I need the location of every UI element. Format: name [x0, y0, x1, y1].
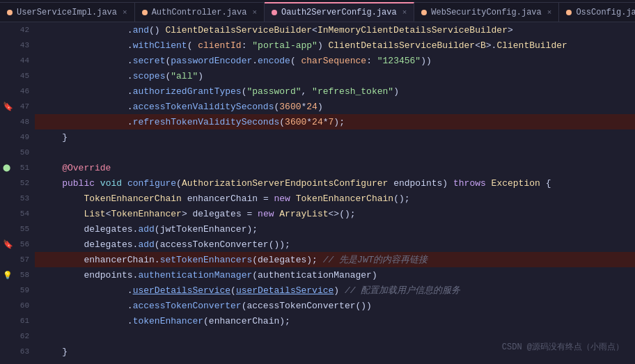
code-line-51: public void configure(AuthorizationServe…: [35, 175, 635, 191]
gutter-line-11: 52: [0, 175, 29, 191]
tab-dot: [272, 10, 277, 15]
watermark: CSDN @源码没有终点（小雨点）: [502, 341, 624, 353]
code-line-48: }: [35, 129, 635, 145]
gutter-line-8: 49: [0, 129, 29, 145]
line-number: 50: [20, 148, 29, 157]
tab-web-security[interactable]: WebSecurityConfig.java ×: [414, 2, 559, 22]
line-number: 57: [20, 255, 29, 264]
code-line-46: .authorizedGrantTypes("password", "refre…: [35, 84, 635, 99]
line-number: 47: [20, 102, 29, 111]
gutter-line-15: 🔖 56: [0, 237, 29, 252]
code-line-54: delegates.add(jwtTokenEnhancer);: [35, 221, 635, 237]
gutter-line-22: 63: [0, 344, 29, 359]
line-number: 59: [20, 286, 29, 294]
tab-auth-controller[interactable]: AuthController.java ×: [135, 2, 265, 22]
tab-dot: [142, 10, 148, 15]
code-content: .and() ClientDetailsServiceBuilder<InMem…: [35, 22, 635, 364]
tab-close[interactable]: ×: [252, 8, 257, 17]
line-number: 58: [20, 271, 29, 279]
code-line-53: List<TokenEnhancer> delegates = new Arra…: [35, 206, 635, 221]
line-number: 42: [20, 26, 29, 34]
tab-label: Oauth2ServerConfig.java: [281, 8, 397, 17]
gutter-line-6: 🔖 47: [0, 99, 29, 114]
gutter-line-9: 50: [0, 145, 29, 160]
line-number: 63: [20, 347, 29, 356]
gutter-line-14: 55: [0, 221, 29, 237]
gutter-line-4: 45: [0, 68, 29, 84]
debug-icon: ⬤: [3, 164, 10, 172]
code-line-60: .tokenEnhancer(enhancerChain);: [35, 313, 635, 329]
tab-bar: UserServiceImpl.java × AuthController.ja…: [0, 0, 635, 22]
line-number: 54: [20, 209, 29, 218]
gutter-line-2: 43: [0, 38, 29, 53]
code-line-blank1: [35, 145, 635, 160]
tab-dot: [7, 10, 13, 15]
line-number: 60: [20, 301, 29, 310]
code-line-56: enhancerChain.setTokenEnhancers(delegate…: [35, 252, 635, 267]
code-line-57: endpoints.authenticationManager(authenti…: [35, 267, 635, 283]
code-line-59: .accessTokenConverter(accessTokenConvert…: [35, 298, 635, 313]
line-number: 46: [20, 87, 29, 95]
bookmark-icon: 🔖: [3, 102, 13, 112]
code-line-blank2: [35, 359, 635, 364]
tab-dot: [421, 10, 427, 15]
code-line-55: delegates.add(accessTokenConverter());: [35, 237, 635, 252]
line-number: 53: [20, 194, 29, 203]
tab-dot: [566, 10, 572, 15]
line-number: 49: [20, 133, 29, 141]
code-line-44: .secret(passwordEncoder.encode( charSequ…: [35, 53, 635, 68]
gutter-line-13: 54: [0, 206, 29, 221]
line-number: 48: [20, 118, 29, 126]
tab-user-service[interactable]: UserServiceImpl.java ×: [0, 2, 135, 22]
line-number: 51: [20, 164, 29, 172]
tab-label: WebSecurityConfig.java: [431, 8, 541, 17]
code-line-50: @Override: [35, 160, 635, 175]
line-number: 45: [20, 72, 29, 80]
gutter-line-1: 42: [0, 22, 29, 38]
code-area: 42 43 44 45 46 🔖 47 48 49 50 ⬤ 51: [0, 22, 635, 364]
line-number: 56: [20, 240, 29, 248]
gutter-line-12: 53: [0, 191, 29, 206]
gutter-line-5: 46: [0, 84, 29, 99]
gutter-line-7: 48: [0, 114, 29, 129]
gutter-line-10: ⬤ 51: [0, 160, 29, 175]
gutter-line-18: 59: [0, 283, 29, 298]
code-line-45: .scopes("all"): [35, 68, 635, 84]
lightbulb-icon: 💡: [3, 271, 13, 280]
tab-oss-config[interactable]: OssConfig.java ×: [559, 2, 635, 22]
tab-close[interactable]: ×: [402, 8, 407, 17]
gutter-line-3: 44: [0, 53, 29, 68]
tab-label: UserServiceImpl.java: [17, 8, 117, 17]
gutter-line-19: 60: [0, 298, 29, 313]
line-number: 44: [20, 56, 29, 65]
gutter-line-21: 62: [0, 329, 29, 344]
line-number: 43: [20, 41, 29, 49]
bookmark-icon-2: 🔖: [3, 239, 13, 250]
line-number: 61: [20, 317, 29, 325]
line-number: 55: [20, 225, 29, 233]
code-line-58: .userDetailsService(userDetailsService) …: [35, 283, 635, 298]
code-line-47b: .refreshTokenValiditySeconds(3600*24*7);: [35, 114, 635, 129]
code-line-43: .withClient( clientId: "portal-app") Cli…: [35, 38, 635, 53]
line-number: 62: [20, 332, 29, 340]
gutter-line-17: 💡 58: [0, 267, 29, 283]
tab-label: OssConfig.java: [576, 8, 635, 17]
tab-oauth2-server[interactable]: Oauth2ServerConfig.java ×: [265, 2, 414, 22]
gutter-line-20: 61: [0, 313, 29, 329]
line-number: 52: [20, 179, 29, 187]
tab-close[interactable]: ×: [123, 8, 127, 17]
code-line-42: .and() ClientDetailsServiceBuilder<InMem…: [35, 22, 635, 38]
tab-label: AuthController.java: [152, 8, 247, 17]
code-line-52: TokenEnhancerChain enhancerChain = new T…: [35, 191, 635, 206]
tab-close[interactable]: ×: [547, 8, 552, 17]
gutter-line-16: 57: [0, 252, 29, 267]
code-line-47: .accessTokenValiditySeconds(3600*24): [35, 99, 635, 114]
line-gutter: 42 43 44 45 46 🔖 47 48 49 50 ⬤ 51: [0, 22, 35, 364]
